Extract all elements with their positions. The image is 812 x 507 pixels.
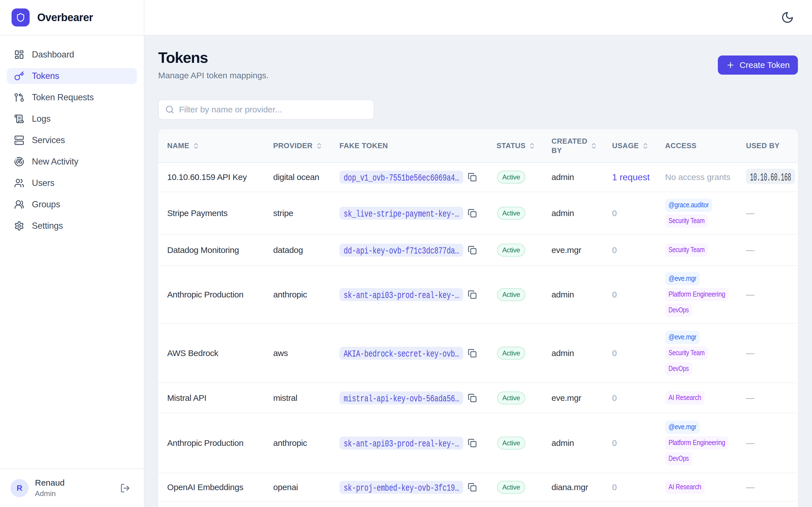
svg-text:Security Team: Security Team <box>668 348 705 357</box>
svg-text:Platform Engineering: Platform Engineering <box>668 290 725 298</box>
svg-text:@eve.mgr: @eve.mgr <box>668 333 696 341</box>
svg-text:Security Team: Security Team <box>668 216 705 225</box>
svg-text:AI Research: AI Research <box>668 393 701 402</box>
svg-text:AI Research: AI Research <box>668 483 701 491</box>
svg-text:AKIA-bedrock-secret-key-ovb…: AKIA-bedrock-secret-key-ovb… <box>344 349 459 359</box>
svg-text:sk-proj-embed-key-ovb-3fc19…: sk-proj-embed-key-ovb-3fc19… <box>344 483 459 494</box>
svg-text:10.10.60.168: 10.10.60.168 <box>750 172 791 184</box>
svg-text:mistral-api-key-ovb-56ada56…: mistral-api-key-ovb-56ada56… <box>344 393 459 404</box>
svg-text:DevOps: DevOps <box>668 305 689 314</box>
svg-text:DevOps: DevOps <box>668 364 689 373</box>
svg-text:sk-ant-api03-prod-real-key-…: sk-ant-api03-prod-real-key-… <box>344 439 459 449</box>
svg-text:@eve.mgr: @eve.mgr <box>668 274 696 283</box>
svg-text:@grace.auditor: @grace.auditor <box>668 201 709 209</box>
svg-text:Platform Engineering: Platform Engineering <box>668 438 725 447</box>
svg-text:sk-ant-api03-prod-real-key-…: sk-ant-api03-prod-real-key-… <box>344 290 459 301</box>
svg-text:@eve.mgr: @eve.mgr <box>668 422 696 431</box>
svg-text:sk_live-stripe-payment-key-…: sk_live-stripe-payment-key-… <box>344 209 459 219</box>
svg-text:dop_v1_ovb-7551be56ec6069a4…: dop_v1_ovb-7551be56ec6069a4… <box>344 173 459 183</box>
svg-text:DevOps: DevOps <box>668 454 689 462</box>
svg-text:dd-api-key-ovb-f71c3dc877da…: dd-api-key-ovb-f71c3dc877da… <box>344 245 459 256</box>
svg-text:Security Team: Security Team <box>668 245 705 254</box>
